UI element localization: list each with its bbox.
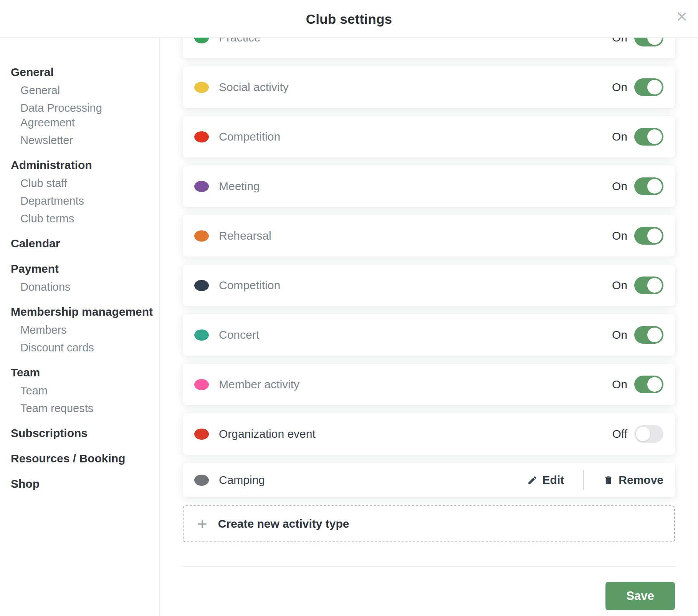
- activity-row: Member activity On: [183, 364, 675, 405]
- toggle-knob: [647, 229, 662, 243]
- toggle-knob: [647, 179, 662, 194]
- activity-color-dot: [194, 379, 209, 390]
- sidebar-item-donations[interactable]: Donations: [11, 280, 126, 294]
- edit-label: Edit: [543, 474, 564, 487]
- activity-row: Social activity On: [183, 66, 675, 108]
- activity-label: Camping: [219, 474, 265, 487]
- activity-row: Competition On: [183, 116, 675, 157]
- toggle-knob: [647, 377, 662, 392]
- sidebar-item-team-requests[interactable]: Team requests: [11, 401, 126, 416]
- activity-color-dot: [194, 429, 209, 440]
- sidebar-item-shop[interactable]: Shop: [11, 476, 159, 492]
- activity-color-dot: [194, 82, 209, 93]
- activity-row: Rehearsal On: [183, 215, 675, 257]
- footer-divider: [183, 566, 675, 567]
- sidebar-item-administration[interactable]: Administration: [11, 157, 159, 173]
- toggle-state-label: On: [612, 328, 627, 341]
- activity-type-list: Practice On Social activity On Competiti…: [183, 17, 675, 610]
- close-icon: ✕: [676, 10, 688, 24]
- toggle-switch[interactable]: [634, 227, 663, 245]
- divider: [583, 470, 584, 490]
- settings-sidebar: GeneralGeneralData Processing AgreementN…: [0, 38, 160, 616]
- sidebar-item-calendar[interactable]: Calendar: [11, 236, 159, 251]
- toggle-switch[interactable]: [634, 78, 663, 96]
- toggle-knob: [636, 427, 650, 441]
- toggle-state-label: Off: [612, 427, 627, 440]
- activity-row: Organization event Off: [183, 413, 675, 455]
- remove-button[interactable]: Remove: [603, 474, 663, 487]
- sidebar-item-club-staff[interactable]: Club staff: [11, 176, 126, 190]
- toggle-knob: [647, 328, 662, 342]
- toggle-state-label: On: [612, 378, 627, 391]
- toggle-knob: [647, 129, 662, 144]
- activity-color-dot: [194, 330, 209, 341]
- sidebar-item-team[interactable]: Team: [11, 365, 159, 380]
- sidebar-item-payment[interactable]: Payment: [11, 261, 159, 277]
- activity-color-dot: [194, 181, 209, 192]
- activity-label: Social activity: [219, 81, 289, 94]
- sidebar-item-membership-management[interactable]: Membership management: [11, 304, 159, 320]
- toggle-state-label: On: [612, 180, 627, 193]
- activity-color-dot: [194, 230, 209, 242]
- activity-row: Meeting On: [183, 166, 675, 207]
- toggle-state-label: On: [612, 229, 627, 242]
- activity-color-dot: [194, 131, 209, 142]
- toggle-knob: [647, 278, 662, 293]
- toggle-switch[interactable]: [634, 277, 663, 294]
- modal-header: Club settings ✕: [0, 0, 698, 38]
- activity-row: Concert On: [183, 314, 675, 356]
- activity-color-dot: [194, 475, 209, 486]
- activity-row-custom: Camping Edit Remove: [183, 463, 675, 497]
- toggle-switch[interactable]: [634, 425, 663, 443]
- pencil-icon: [527, 475, 538, 485]
- activity-label: Competition: [219, 279, 280, 292]
- toggle-state-label: On: [612, 81, 627, 94]
- sidebar-item-discount-cards[interactable]: Discount cards: [11, 340, 126, 355]
- toggle-switch[interactable]: [634, 376, 663, 393]
- sidebar-item-data-processing-agreement[interactable]: Data Processing Agreement: [11, 101, 111, 130]
- toggle-state-label: On: [612, 130, 627, 143]
- trash-icon: [603, 475, 614, 485]
- plus-icon: +: [197, 515, 207, 532]
- sidebar-item-departments[interactable]: Departments: [11, 194, 126, 208]
- sidebar-item-newsletter[interactable]: Newsletter: [11, 133, 126, 147]
- sidebar-item-resources-booking[interactable]: Resources / Booking: [11, 451, 159, 466]
- sidebar-item-general[interactable]: General: [11, 83, 126, 98]
- toggle-knob: [647, 80, 662, 94]
- sidebar-item-subscriptions[interactable]: Subscriptions: [11, 426, 159, 441]
- toggle-switch[interactable]: [634, 326, 663, 344]
- toggle-state-label: On: [612, 279, 627, 292]
- create-activity-type-label: Create new activity type: [218, 517, 349, 530]
- sidebar-item-team[interactable]: Team: [11, 383, 126, 398]
- modal-title: Club settings: [0, 12, 698, 27]
- save-button[interactable]: Save: [605, 582, 675, 610]
- activity-row: Competition On: [183, 265, 675, 306]
- sidebar-item-general[interactable]: General: [11, 65, 159, 80]
- activity-label: Meeting: [219, 180, 260, 193]
- sidebar-item-club-terms[interactable]: Club terms: [11, 211, 126, 226]
- activity-color-dot: [194, 280, 209, 291]
- activity-label: Rehearsal: [219, 229, 271, 242]
- create-activity-type-button[interactable]: + Create new activity type: [183, 505, 675, 542]
- activity-label: Member activity: [219, 378, 299, 391]
- activity-label: Concert: [219, 328, 259, 341]
- activity-label: Organization event: [219, 427, 316, 440]
- close-button[interactable]: ✕: [672, 7, 692, 27]
- sidebar-item-members[interactable]: Members: [11, 323, 126, 337]
- toggle-switch[interactable]: [634, 128, 663, 146]
- edit-button[interactable]: Edit: [527, 474, 564, 487]
- remove-label: Remove: [619, 474, 663, 487]
- toggle-switch[interactable]: [634, 177, 663, 195]
- activity-label: Competition: [219, 130, 280, 143]
